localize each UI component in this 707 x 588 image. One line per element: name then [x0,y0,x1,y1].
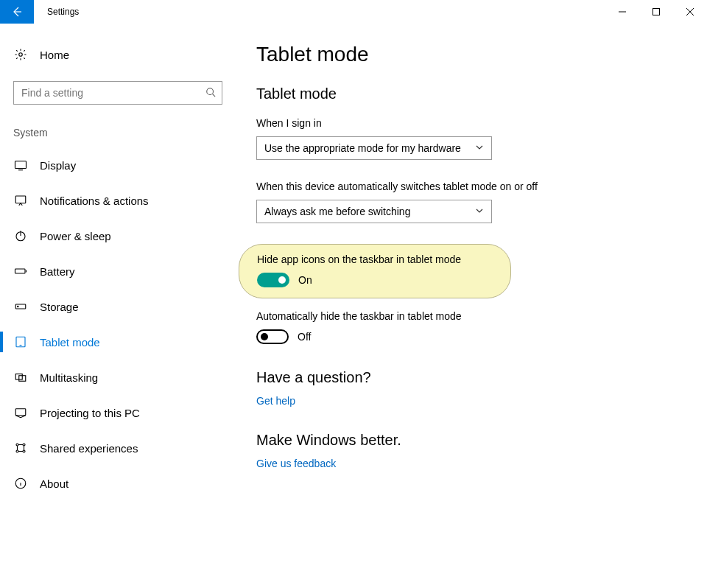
arrow-left-icon [11,6,23,18]
sidebar-item-about[interactable]: About [13,466,222,501]
sidebar-item-storage[interactable]: Storage [13,289,222,324]
hide-icons-label: Hide app icons on the taskbar in tablet … [257,253,493,265]
sidebar-item-multitasking[interactable]: Multitasking [13,360,222,395]
toggle-knob [278,276,286,284]
svg-rect-6 [15,269,26,273]
sidebar-item-battery[interactable]: Battery [13,253,222,289]
power-icon [13,229,28,242]
sidebar-item-power[interactable]: Power & sleep [13,218,222,253]
sign-in-value: Use the appropriate mode for my hardware [264,142,461,154]
svg-point-16 [23,450,25,452]
projecting-icon [13,406,28,419]
display-icon [13,158,28,172]
notifications-icon [13,194,28,207]
sidebar-item-label: Power & sleep [40,230,111,242]
sidebar-item-label: Projecting to this PC [40,407,140,419]
auto-hide-taskbar-label: Automatically hide the taskbar in tablet… [256,310,686,322]
question-heading: Have a question? [256,369,686,386]
about-icon [13,477,28,490]
maximize-icon [652,7,661,16]
svg-point-14 [23,444,25,446]
chevron-down-icon [475,206,484,217]
sidebar-item-label: Shared experiences [40,442,138,455]
window-controls [605,0,707,24]
feedback-heading: Make Windows better. [256,432,686,449]
sidebar-item-display[interactable]: Display [13,147,222,183]
sidebar-item-notifications[interactable]: Notifications & actions [13,183,222,218]
svg-rect-3 [15,161,27,169]
svg-rect-0 [653,9,660,15]
svg-point-15 [16,450,18,452]
auto-switch-value: Always ask me before switching [264,206,410,217]
sign-in-label: When I sign in [256,117,686,129]
auto-switch-label: When this device automatically switches … [256,181,686,192]
battery-icon [13,265,28,278]
sidebar-item-label: Tablet mode [40,336,100,349]
multitasking-icon [13,371,28,384]
sidebar-item-projecting[interactable]: Projecting to this PC [13,395,222,430]
search-input[interactable] [20,86,205,99]
hide-icons-state: On [298,274,312,286]
minimize-button[interactable] [605,0,639,24]
chevron-down-icon [475,142,484,154]
svg-point-13 [16,444,18,446]
sidebar-item-label: Battery [40,265,75,278]
home-label: Home [40,49,69,61]
titlebar: Settings [0,0,707,24]
home-nav[interactable]: Home [13,37,222,72]
svg-point-8 [18,306,19,307]
gear-icon [13,48,28,61]
tablet-mode-icon [13,335,28,349]
toggle-knob [261,333,268,340]
maximize-button[interactable] [639,0,673,24]
search-box[interactable] [13,81,222,105]
svg-rect-12 [15,409,26,416]
svg-point-1 [19,53,23,57]
auto-switch-dropdown[interactable]: Always ask me before switching [256,200,492,223]
minimize-icon [618,7,627,16]
sidebar-item-label: About [40,477,68,490]
svg-point-2 [207,88,214,94]
section-heading: Tablet mode [256,85,686,102]
sidebar-item-label: Storage [40,301,79,313]
sidebar-item-label: Multitasking [40,371,98,384]
back-button[interactable] [0,0,34,24]
svg-rect-4 [15,196,26,203]
auto-hide-taskbar-toggle[interactable] [256,329,289,344]
hide-icons-toggle[interactable] [257,273,289,287]
window-title: Settings [34,0,605,24]
sign-in-dropdown[interactable]: Use the appropriate mode for my hardware [256,136,492,160]
content-pane: Tablet mode Tablet mode When I sign in U… [236,24,707,588]
get-help-link[interactable]: Get help [256,395,295,407]
page-title: Tablet mode [256,43,686,66]
sidebar-item-tablet-mode[interactable]: Tablet mode [13,324,222,360]
close-icon [686,7,694,16]
sidebar: Home System Display Notifications & acti… [0,24,236,588]
give-feedback-link[interactable]: Give us feedback [256,458,336,469]
nav-list: Display Notifications & actions Power & … [13,147,222,501]
auto-hide-taskbar-state: Off [298,331,311,343]
sidebar-item-label: Display [40,159,76,172]
search-icon [205,87,216,99]
close-button[interactable] [673,0,707,24]
highlight-box: Hide app icons on the taskbar in tablet … [239,244,511,298]
shared-experiences-icon [13,441,28,455]
sidebar-group-label: System [13,127,222,139]
sidebar-item-label: Notifications & actions [40,195,149,207]
sidebar-item-shared[interactable]: Shared experiences [13,430,222,466]
storage-icon [13,300,28,313]
